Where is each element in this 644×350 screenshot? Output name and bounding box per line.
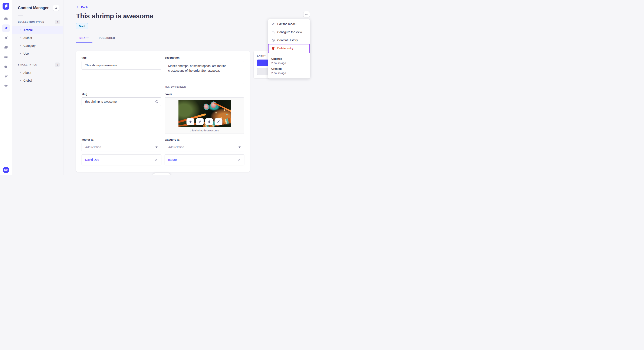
author-relation-select[interactable]: Add relation	[82, 143, 161, 151]
home-icon[interactable]	[2, 15, 10, 22]
delete-asset-button[interactable]	[205, 118, 213, 125]
sidebar-item-label: Article	[24, 28, 33, 32]
bullet-icon	[20, 29, 21, 30]
layout-icon[interactable]	[2, 53, 10, 61]
strapi-logo-icon	[2, 3, 9, 9]
close-icon	[155, 159, 158, 161]
trash-icon	[271, 46, 275, 50]
menu-item-delete-entry[interactable]: Delete entry	[268, 44, 310, 52]
regenerate-slug-button[interactable]	[154, 100, 159, 104]
created-label: Created	[271, 67, 306, 70]
sidebar-item-label: About	[24, 71, 31, 74]
layout-glyph	[4, 55, 8, 59]
chevron-down-icon	[238, 147, 241, 148]
add-asset-button[interactable]	[186, 118, 194, 125]
search-icon	[54, 6, 58, 10]
bullet-icon	[20, 37, 21, 38]
category-relation-select[interactable]: Add relation	[164, 143, 244, 151]
page-title: This shrimp is awesome	[76, 12, 322, 20]
created-value: 2 hours ago	[271, 71, 306, 75]
rail-icon-list	[2, 15, 10, 90]
sidebar-item-global[interactable]: Global	[12, 77, 63, 84]
sidebar-item-about[interactable]: About	[12, 69, 63, 77]
collection-types-label: COLLECTION TYPES	[18, 21, 44, 23]
sidebar-item-label: Global	[24, 79, 32, 82]
gear-glyph	[4, 84, 8, 88]
cover-action-bar	[186, 118, 222, 125]
cover-field-label: cover	[164, 93, 244, 96]
sidebar-title: Content Manager	[18, 6, 48, 10]
sidebar-divider	[18, 15, 23, 15]
remove-category-button[interactable]	[238, 159, 241, 161]
home-glyph	[4, 16, 8, 21]
shrimp-eye	[203, 103, 210, 111]
link-icon	[198, 120, 202, 123]
configure-list-icon	[271, 30, 275, 34]
tab-draft[interactable]: DRAFT	[76, 34, 92, 42]
category-relation-link[interactable]: nature	[168, 158, 177, 161]
cart-glyph	[4, 74, 8, 78]
sidebar-item-article[interactable]: Article	[12, 26, 63, 34]
slug-input[interactable]	[82, 97, 161, 106]
sidebar-item-author[interactable]: Author	[12, 34, 63, 42]
author-select-placeholder: Add relation	[85, 146, 101, 149]
bullet-icon	[20, 72, 21, 73]
bullet-icon	[20, 53, 21, 54]
more-actions-button[interactable]	[303, 11, 310, 17]
entry-meta: Updated 2 hours ago Created 2 hours ago	[268, 53, 310, 78]
tab-published[interactable]: PUBLISHED	[96, 34, 118, 42]
pencil-icon	[271, 22, 275, 26]
category-relation-item: nature	[164, 154, 244, 165]
bullet-icon	[20, 45, 21, 46]
paper-plane-icon[interactable]	[2, 34, 10, 42]
floating-widget[interactable]	[153, 173, 170, 175]
plus-icon	[189, 120, 192, 123]
copy-link-button[interactable]	[196, 118, 204, 125]
sidebar-item-category[interactable]: Category	[12, 42, 63, 49]
feather-glyph	[4, 26, 8, 30]
trash-icon	[208, 120, 211, 123]
edit-asset-button[interactable]	[215, 118, 222, 125]
gear-icon[interactable]	[2, 82, 10, 90]
updated-label: Updated	[271, 57, 306, 60]
strapi-logo[interactable]	[2, 3, 9, 9]
user-avatar[interactable]: KD	[3, 167, 9, 173]
arrow-left-icon	[76, 5, 80, 9]
nav-rail: KD	[0, 0, 12, 175]
cover-image	[178, 100, 231, 127]
feather-icon[interactable]	[2, 24, 10, 32]
description-field-label: description	[164, 56, 244, 59]
description-textarea[interactable]: Mantis shrimps, or stomatopods, are mari…	[164, 61, 244, 84]
cover-asset-card: this-shrimp-is-awesome	[164, 97, 244, 134]
bullet-icon	[20, 80, 21, 81]
refresh-icon	[154, 100, 159, 104]
remove-author-button[interactable]	[155, 159, 158, 161]
chevron-down-icon	[156, 147, 158, 148]
paper-plane-glyph	[4, 36, 8, 40]
close-icon	[238, 159, 241, 161]
author-relation-link[interactable]: David Doe	[85, 158, 99, 161]
sidebar: Content Manager COLLECTION TYPES 4 Artic…	[12, 0, 64, 175]
media-icon[interactable]	[2, 44, 10, 51]
menu-item-configure-view[interactable]: Configure the view	[268, 28, 310, 36]
media-glyph	[4, 45, 8, 49]
shrimp-eye	[210, 101, 217, 109]
collection-types-count: 4	[55, 20, 60, 24]
slug-field-label: slug	[82, 93, 161, 96]
title-field-label: title	[82, 56, 161, 59]
cart-icon[interactable]	[2, 72, 10, 80]
description-hint: max. 80 characters	[164, 85, 244, 88]
search-button[interactable]	[53, 5, 59, 11]
sidebar-item-label: User	[24, 52, 30, 55]
status-badge: Draft	[76, 23, 88, 29]
back-link[interactable]: Back	[76, 5, 88, 9]
cloud-icon[interactable]	[2, 63, 10, 70]
category-field-label: category (1)	[164, 138, 244, 141]
author-relation-item: David Doe	[82, 154, 161, 165]
sidebar-item-label: Author	[24, 36, 32, 39]
title-input[interactable]	[82, 61, 161, 70]
menu-item-content-history[interactable]: Content History	[268, 36, 310, 44]
sidebar-item-user[interactable]: User	[12, 49, 63, 57]
cloud-glyph	[4, 64, 8, 69]
menu-item-edit-model[interactable]: Edit the model	[268, 20, 310, 28]
